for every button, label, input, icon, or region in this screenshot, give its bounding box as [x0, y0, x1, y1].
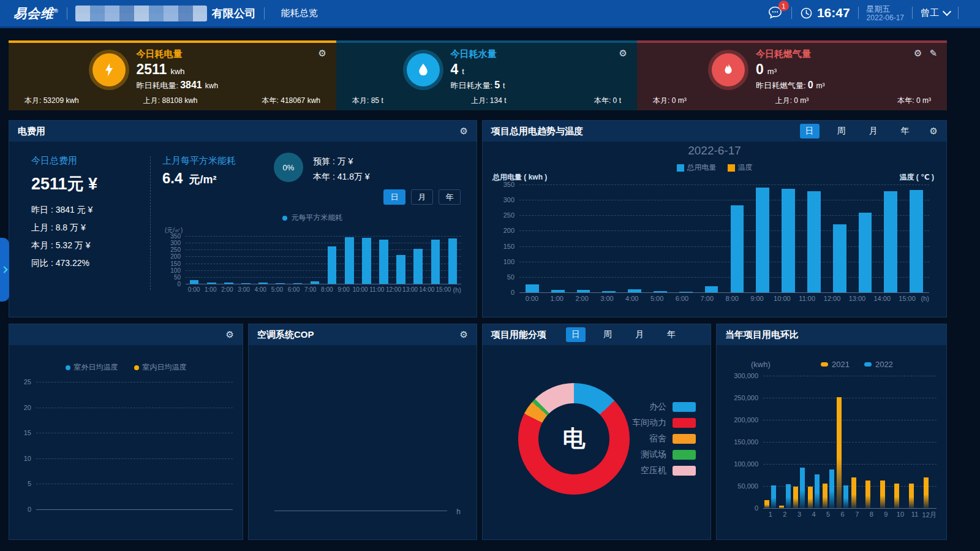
cost-chart-legend[interactable]: 元每平方米能耗 [164, 213, 461, 223]
dashboard-root: 易会维® 有限公司 能耗总览 1 16:47 [0, 0, 980, 551]
bar [276, 283, 285, 284]
legend-swatch [673, 450, 696, 460]
donut-legend-item[interactable]: 测试场 [632, 449, 696, 460]
bar [431, 240, 440, 284]
legend-item-outdoor[interactable]: 室外日均温度 [66, 362, 118, 373]
divider [67, 7, 67, 20]
bar [577, 290, 590, 292]
x-tick-label: 2 [778, 511, 793, 518]
x-tick-label: 14:00 [870, 295, 895, 302]
tab-year[interactable]: 年 [662, 327, 681, 342]
legend-item-temperature[interactable]: 温度 [728, 162, 753, 173]
bar-2021 [880, 481, 885, 508]
tab-day[interactable]: 日 [383, 189, 405, 205]
x-tick-label: 8:00 [720, 295, 745, 302]
company-suffix: 有限公司 [212, 6, 256, 21]
bar-slot [596, 184, 622, 292]
messages-button[interactable]: 1 [767, 6, 783, 20]
tab-month[interactable]: 月 [411, 189, 433, 205]
bar-slot [903, 184, 929, 292]
lightning-icon [92, 53, 126, 86]
tab-week[interactable]: 周 [832, 124, 851, 139]
bar [910, 190, 923, 292]
y-tick-label: 200 [503, 227, 514, 234]
bar-slot [255, 236, 272, 284]
divider [791, 7, 792, 19]
x-tick-label: 11 [908, 511, 922, 518]
budget-line: 预算 : 万 ¥ [313, 154, 370, 169]
bar-slot [272, 236, 289, 284]
gear-icon[interactable]: ⚙ [619, 48, 627, 59]
bar-2021 [793, 487, 798, 508]
tab-day[interactable]: 日 [566, 327, 586, 342]
yearly-legend: 2021 2022 [821, 360, 893, 369]
right-axis-label: 温度 ( ℃ ) [899, 172, 934, 183]
x-tick-label: 5:00 [644, 295, 669, 302]
gear-icon[interactable]: ⚙ [460, 126, 468, 137]
legend-item-indoor[interactable]: 室内日均温度 [134, 362, 187, 373]
gear-icon[interactable]: ⚙ [318, 48, 326, 59]
bar-slot [922, 376, 937, 508]
gear-icon[interactable]: ⚙ [460, 329, 468, 340]
user-menu[interactable]: 曾工 [921, 7, 950, 19]
bar-2021 [823, 484, 827, 508]
x-tick-label: 13:00 [402, 286, 418, 293]
temperature-legend: 室外日均温度 室内日均温度 [9, 362, 243, 373]
tab-month[interactable]: 月 [864, 124, 883, 139]
divider [912, 7, 913, 19]
donut-legend-item[interactable]: 办公 [632, 401, 696, 412]
kpi-cards-row: ⚙ 今日耗电量 2511kwh 昨日耗电量:3841kwh 本月: 53209 … [9, 40, 947, 110]
y-tick-label: 100 [503, 258, 514, 265]
chevron-right-icon [1, 266, 7, 273]
legend-dot [821, 362, 828, 367]
kpi-title: 今日耗电量 [137, 48, 253, 60]
energy-breakdown-panel: 项目用能分项 日 周 月 年 电 办公车间动力宿舍测试场空压机 [482, 324, 711, 540]
bar-2022 [829, 469, 834, 508]
bar-2022 [786, 484, 791, 508]
legend-label: 空压机 [641, 465, 666, 476]
x-tick-label: 9 [879, 511, 894, 518]
gear-icon[interactable]: ⚙ [930, 126, 938, 137]
legend-swatch [728, 164, 735, 172]
nav-tab-energy-overview[interactable]: 能耗总览 [281, 7, 318, 19]
bar-slot [879, 376, 894, 508]
donut-legend-item[interactable]: 宿舍 [632, 433, 696, 444]
current-time: 16:47 [817, 6, 850, 20]
x-axis-line [763, 508, 937, 509]
x-tick-label: 5 [821, 511, 835, 518]
y-tick-label: 0 [28, 506, 31, 513]
tab-week[interactable]: 周 [598, 327, 617, 342]
x-tick-label: 11:00 [369, 286, 385, 293]
donut-legend-item[interactable]: 空压机 [632, 465, 696, 476]
tab-year[interactable]: 年 [439, 189, 461, 205]
bar [833, 224, 846, 292]
drawer-expand-handle[interactable] [0, 238, 9, 302]
x-tick-label: 7 [850, 511, 864, 518]
tab-year[interactable]: 年 [895, 124, 915, 139]
x-tick-label: 10:00 [352, 286, 369, 293]
sqm-energy-value: 6.4元/m² [162, 170, 216, 187]
bar-slot [203, 236, 220, 284]
donut-legend-item[interactable]: 车间动力 [632, 417, 696, 428]
date-label: 2022-06-17 [867, 13, 904, 22]
cost-row: 昨日 : 3841 元 ¥ [31, 205, 141, 216]
bar-slot [750, 184, 775, 292]
gear-icon[interactable]: ⚙ [914, 48, 922, 59]
tab-day[interactable]: 日 [800, 124, 820, 139]
kpi-card-electricity: ⚙ 今日耗电量 2511kwh 昨日耗电量:3841kwh 本月: 53209 … [9, 40, 336, 110]
legend-item-2022[interactable]: 2022 [864, 360, 893, 369]
cost-row: 本月 : 5.32 万 ¥ [31, 240, 141, 251]
bar-slot [878, 184, 903, 292]
edit-icon[interactable]: ✎ [929, 48, 937, 59]
bar-slot [908, 376, 922, 508]
tab-month[interactable]: 月 [630, 327, 649, 342]
gear-icon[interactable]: ⚙ [226, 329, 234, 340]
x-tick-label: 1 [763, 511, 778, 518]
x-tick-label: 6 [835, 511, 850, 518]
legend-item-electricity[interactable]: 总用电量 [677, 162, 717, 173]
legend-item-2021[interactable]: 2021 [821, 360, 850, 369]
bar-slot [778, 376, 793, 508]
legend-dot [864, 362, 872, 367]
x-tick-label: 12月 [922, 511, 937, 520]
bar-slot [792, 376, 807, 508]
